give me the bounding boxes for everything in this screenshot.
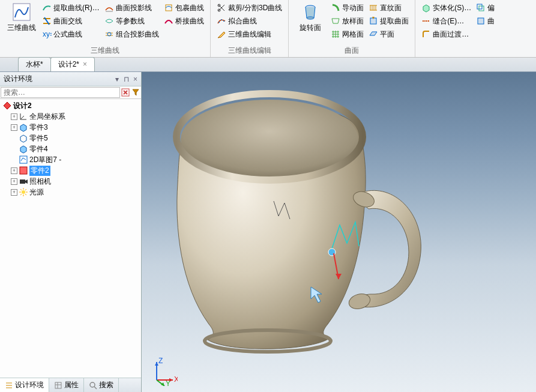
- document-tabs: 水杯* 设计2*×: [0, 58, 536, 72]
- close-icon[interactable]: ×: [133, 75, 137, 83]
- btn-offset[interactable]: 偏: [474, 1, 497, 14]
- intersect-icon: [42, 16, 52, 26]
- expand-icon[interactable]: +: [11, 189, 17, 196]
- design-tree-panel: 设计环境 ▾ ⊓ × 设计2 +全局坐标系 +零件3 零件5 零件4 2D草图7…: [0, 72, 142, 392]
- btn-isoparam[interactable]: 等参数线: [102, 14, 161, 28]
- btn-ruled-surface[interactable]: 直纹面: [366, 1, 411, 14]
- ribbon-group-surface: 旋转面 导动面 放样面 网格面 直纹面 提取曲面 平面 曲面: [289, 0, 415, 57]
- tree-node-camera[interactable]: +照相机: [0, 176, 141, 187]
- btn-label: 三维曲线: [7, 23, 36, 33]
- tree-node-coordsys[interactable]: +全局坐标系: [0, 111, 141, 122]
- panel-header: 设计环境 ▾ ⊓ ×: [0, 72, 141, 86]
- tree-node-part3[interactable]: +零件3: [0, 122, 141, 133]
- axis-icon: [19, 112, 28, 121]
- btn-project-curve[interactable]: 曲面投影线: [102, 1, 161, 14]
- tree-node-part5[interactable]: 零件5: [0, 133, 141, 143]
- svg-point-10: [307, 17, 314, 19]
- model-render: [142, 72, 536, 392]
- group-title: 曲面: [292, 44, 411, 57]
- btn-extract-curve[interactable]: 提取曲线(R)…: [40, 1, 102, 14]
- axis-triad[interactable]: X Y Z: [148, 356, 178, 386]
- btn-surface-intersect[interactable]: 曲面交线: [40, 14, 102, 28]
- tree-node-sketch7[interactable]: 2D草图7 -: [0, 154, 141, 165]
- plane-icon: [369, 29, 378, 39]
- fillet-icon: [421, 29, 431, 39]
- svg-text:Y: Y: [166, 379, 170, 386]
- btn-plane[interactable]: 平面: [366, 28, 411, 41]
- scissor-icon: [217, 3, 226, 13]
- tree-node-part4[interactable]: 零件4: [0, 143, 141, 154]
- expand-icon[interactable]: +: [11, 124, 17, 131]
- clear-icon[interactable]: [121, 88, 130, 97]
- main-area: 设计环境 ▾ ⊓ × 设计2 +全局坐标系 +零件3 零件5 零件4 2D草图7…: [0, 72, 536, 392]
- ribbon-group-solid: 实体化(S)… 缝合(E)… 曲面过渡… 偏 曲: [415, 0, 501, 57]
- svg-point-8: [223, 20, 224, 22]
- btn-loft-surface[interactable]: 放样面: [328, 14, 366, 28]
- camera-icon: [19, 176, 28, 186]
- sweep-icon: [331, 3, 340, 13]
- pin-icon[interactable]: ⊓: [124, 75, 129, 83]
- btn-trim-split[interactable]: 裁剪/分割3D曲线: [214, 1, 285, 14]
- doc-tab-design2[interactable]: 设计2*×: [50, 57, 95, 71]
- btn-wrap-curve[interactable]: 包裹曲线: [161, 1, 206, 14]
- group-title: 三维曲线编辑: [214, 44, 285, 57]
- search-row: [0, 86, 141, 99]
- btn-sweep-surface[interactable]: 导动面: [328, 1, 366, 14]
- tree-icon: [5, 381, 13, 390]
- svg-text:X: X: [174, 375, 178, 384]
- panel-title-label: 设计环境: [4, 74, 32, 84]
- ruled-icon: [369, 3, 378, 13]
- search-icon: [89, 381, 97, 390]
- part-outline-icon: [19, 133, 28, 143]
- btn-extract-surface[interactable]: 提取曲面: [366, 14, 411, 28]
- btn-formula-curve[interactable]: xy=公式曲线: [40, 28, 102, 41]
- btn-3d-curve[interactable]: 三维曲线: [4, 1, 40, 44]
- svg-point-6: [218, 22, 220, 23]
- partial-icon: [476, 16, 486, 26]
- btn-sew[interactable]: 缝合(E)…: [419, 14, 474, 28]
- btn-label: 旋转面: [300, 23, 321, 33]
- tab-properties[interactable]: 属性: [49, 378, 84, 392]
- svg-point-19: [22, 190, 25, 194]
- svg-point-7: [221, 19, 222, 20]
- filter-icon[interactable]: [131, 88, 140, 97]
- tree-root[interactable]: 设计2: [0, 100, 141, 111]
- expand-icon[interactable]: +: [11, 167, 17, 174]
- sketch-icon: [19, 155, 28, 164]
- btn-bridge-curve[interactable]: 桥接曲线: [161, 14, 206, 28]
- expand-icon[interactable]: +: [11, 113, 17, 120]
- tree-node-light[interactable]: +光源: [0, 187, 141, 198]
- btn-surface-fillet[interactable]: 曲面过渡…: [419, 28, 474, 41]
- svg-rect-3: [166, 5, 172, 11]
- solidify-icon: [421, 3, 431, 13]
- btn-fit-curve[interactable]: 拟合曲线: [214, 14, 285, 28]
- tab-search[interactable]: 搜索: [84, 378, 119, 392]
- props-icon: [54, 381, 62, 390]
- formula-icon: xy=: [42, 29, 52, 39]
- 3d-viewport[interactable]: X Y Z: [142, 72, 536, 392]
- part-icon: [19, 122, 28, 132]
- close-icon[interactable]: ×: [83, 60, 87, 68]
- group-title: 三维曲线: [4, 44, 206, 57]
- btn-mesh-surface[interactable]: 网格面: [328, 28, 366, 41]
- svg-rect-17: [20, 167, 27, 174]
- part-red-icon: [19, 166, 28, 175]
- tab-design-env[interactable]: 设计环境: [0, 378, 49, 392]
- loft-icon: [331, 16, 340, 26]
- btn-solidify[interactable]: 实体化(S)…: [419, 1, 474, 14]
- btn-3dcurve-edit[interactable]: 三维曲线编辑: [214, 28, 285, 41]
- search-input[interactable]: [1, 87, 120, 98]
- ribbon-group-3dcurve: 三维曲线 提取曲线(R)… 曲面交线 xy=公式曲线 曲面投影线 等参数线 组合…: [0, 0, 211, 57]
- svg-text:xy=: xy=: [43, 30, 52, 38]
- btn-surface-partial[interactable]: 曲: [474, 14, 497, 28]
- expand-icon[interactable]: +: [11, 178, 17, 185]
- ribbon: 三维曲线 提取曲线(R)… 曲面交线 xy=公式曲线 曲面投影线 等参数线 组合…: [0, 0, 536, 58]
- design-tree[interactable]: 设计2 +全局坐标系 +零件3 零件5 零件4 2D草图7 - +零件2 +照相…: [0, 99, 141, 378]
- btn-combine-project[interactable]: 组合投影曲线: [102, 28, 161, 41]
- svg-point-21: [90, 382, 95, 387]
- tree-node-part2[interactable]: +零件2: [0, 165, 141, 176]
- dropdown-icon[interactable]: ▾: [115, 75, 119, 83]
- btn-revolve-surface[interactable]: 旋转面: [292, 1, 328, 44]
- doc-tab-cup[interactable]: 水杯*: [18, 57, 51, 71]
- design-icon: [2, 101, 12, 110]
